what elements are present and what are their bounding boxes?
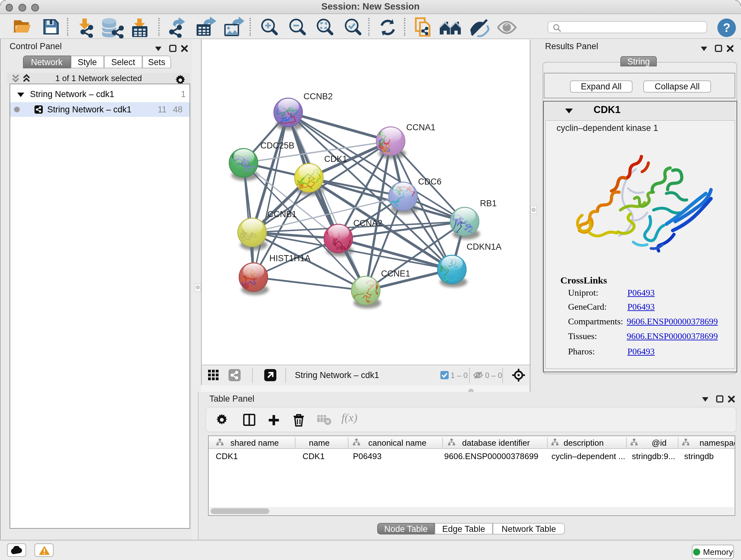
svg-text:CCNA1: CCNA1 — [406, 123, 435, 132]
svg-text:CDKN1A: CDKN1A — [467, 242, 502, 252]
svg-text:CDC25B: CDC25B — [260, 141, 294, 150]
svg-text:CCNE1: CCNE1 — [381, 269, 410, 278]
svg-text:CCNA2: CCNA2 — [353, 219, 383, 228]
svg-text:CDC6: CDC6 — [418, 177, 442, 186]
svg-text:CCNB2: CCNB2 — [304, 91, 333, 101]
svg-text:CDK1: CDK1 — [324, 154, 347, 164]
svg-text:RB1: RB1 — [480, 199, 497, 208]
svg-text:HIST1H1A: HIST1H1A — [269, 253, 311, 263]
svg-text:CCNB1: CCNB1 — [267, 209, 297, 219]
